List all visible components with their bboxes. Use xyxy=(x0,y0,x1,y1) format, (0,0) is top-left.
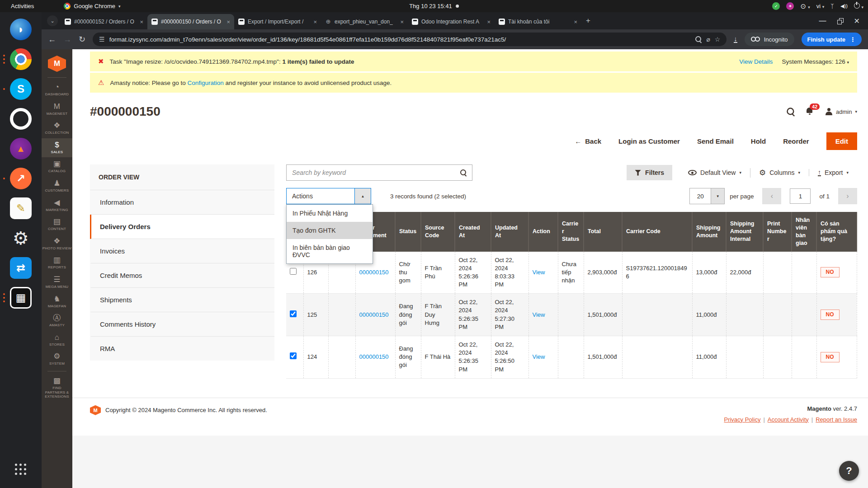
system-messages-toggle[interactable]: System Messages: 126 ▾ xyxy=(782,58,849,65)
clock[interactable]: Thg 10 23 15:41 xyxy=(409,3,459,9)
restore-icon[interactable] xyxy=(837,18,843,24)
col-shipping-amount[interactable]: Shipping Amount xyxy=(692,212,726,252)
status-green-icon[interactable]: ✓ xyxy=(772,2,780,10)
nav-reports[interactable]: ▥REPORTS xyxy=(42,253,72,273)
accessibility-icon[interactable]: ⊙ ▾ xyxy=(800,2,810,10)
col-gift[interactable]: Có sản phẩm quà tặng? xyxy=(816,212,857,252)
col-action[interactable]: Action xyxy=(528,212,558,252)
view-link[interactable]: View xyxy=(533,311,545,318)
row-checkbox[interactable] xyxy=(290,352,297,359)
prev-page-button[interactable]: ‹ xyxy=(762,188,781,204)
col-updated-at[interactable]: Updated At xyxy=(491,212,528,252)
zoom-icon[interactable] xyxy=(695,36,702,42)
close-icon[interactable]: × xyxy=(313,19,317,25)
col-print-number[interactable]: Print Number xyxy=(763,212,792,252)
search-icon[interactable] xyxy=(460,169,467,176)
order-view-item-comments-history[interactable]: Comments History xyxy=(90,312,274,337)
order-view-item-delivery-orders[interactable]: Delivery Orders xyxy=(90,215,274,239)
back-button[interactable]: ←Back xyxy=(575,137,601,145)
nav-system[interactable]: ⚙SYSTEM xyxy=(42,350,72,369)
search-input[interactable] xyxy=(292,169,457,176)
menu-item-tao-don-ghtk[interactable]: Tạo đơn GHTK xyxy=(287,222,373,239)
tab-search-icon[interactable]: ⌄ xyxy=(47,15,58,26)
login-as-customer-button[interactable]: Login as Customer xyxy=(618,137,680,145)
magento-logo[interactable]: M xyxy=(48,56,66,72)
dock-google-chrome[interactable] xyxy=(9,47,33,71)
minimize-icon[interactable]: — xyxy=(819,17,826,25)
notifications-button[interactable]: 42 xyxy=(806,107,813,117)
order-increment-link[interactable]: 000000150 xyxy=(359,269,389,276)
order-increment-link[interactable]: 000000150 xyxy=(359,353,389,360)
nav-magenest[interactable]: MMAGENEST xyxy=(42,100,72,119)
tab-order-152[interactable]: #000000152 / Orders / O× xyxy=(61,14,147,29)
nav-content[interactable]: ▤CONTENT xyxy=(42,215,72,235)
export-control[interactable]: ↑Export▾ xyxy=(809,169,857,176)
nav-mega-menu[interactable]: ☰MEGA MENU xyxy=(42,273,72,292)
volume-icon[interactable]: ◀)) xyxy=(840,3,848,9)
nav-stores[interactable]: ⌂STORES xyxy=(42,331,72,350)
nav-dashboard[interactable]: ◔DASHBOARD xyxy=(42,80,72,100)
power-menu[interactable]: ▾ xyxy=(854,3,863,10)
new-tab-button[interactable]: + xyxy=(586,16,590,25)
tab-tai-khoan[interactable]: Tài khoản của tôi× xyxy=(495,14,581,29)
close-icon[interactable]: × xyxy=(574,19,577,25)
report-issue-link[interactable]: Report an Issue xyxy=(816,416,857,423)
downloads-icon[interactable]: ↓ xyxy=(734,36,737,43)
order-view-item-information[interactable]: Information xyxy=(90,190,274,215)
kebab-menu-icon[interactable]: ⋮ xyxy=(850,36,856,43)
dock-text-editor[interactable]: ✎ xyxy=(9,197,33,220)
reload-icon[interactable]: ↻ xyxy=(79,34,85,44)
col-total[interactable]: Total xyxy=(584,212,622,252)
send-email-button[interactable]: Send Email xyxy=(697,137,734,145)
close-window-icon[interactable]: ✕ xyxy=(854,17,860,25)
chevron-down-icon[interactable]: ▼ xyxy=(711,188,724,204)
nav-catalog[interactable]: ▣CATALOG xyxy=(42,157,72,177)
dock-postman[interactable]: ↗ xyxy=(9,167,33,190)
show-applications-icon[interactable] xyxy=(14,463,28,476)
nav-find-partners[interactable]: ▩FIND PARTNERS & EXTENSIONS xyxy=(42,374,72,402)
nav-marketing[interactable]: ◀MARKETING xyxy=(42,196,72,216)
reorder-button[interactable]: Reorder xyxy=(783,137,809,145)
next-page-button[interactable]: › xyxy=(838,188,857,204)
help-button[interactable]: ? xyxy=(839,461,859,481)
account-activity-link[interactable]: Account Activity xyxy=(768,416,809,423)
col-source-code[interactable]: Source Code xyxy=(421,212,455,252)
url-text[interactable]: format.izysync.com/admin_t7o9enn/sales/o… xyxy=(109,36,691,43)
order-increment-link[interactable]: 000000150 xyxy=(359,311,389,318)
nav-customers[interactable]: ♟CUSTOMERS xyxy=(42,177,72,196)
dock-photos-app[interactable]: ▲ xyxy=(9,137,33,160)
admin-user-menu[interactable]: admin ▾ xyxy=(825,108,857,115)
page-number-input[interactable] xyxy=(790,188,811,204)
actions-select[interactable]: Actions ▲ xyxy=(286,188,371,204)
menu-item-in-phieu[interactable]: In Phiếu Nhật Hàng xyxy=(287,205,373,222)
tab-odoo[interactable]: Odoo Integration Rest A× xyxy=(408,14,495,29)
status-purple-icon[interactable]: ✦ xyxy=(786,2,794,10)
tab-order-150[interactable]: #000000150 / Orders / O× xyxy=(147,14,234,29)
filters-button[interactable]: Filters xyxy=(627,165,672,180)
back-icon[interactable]: ← xyxy=(48,35,56,44)
col-status[interactable]: Status xyxy=(395,212,421,252)
nav-collection[interactable]: ❖COLLECTION xyxy=(42,119,72,138)
nav-sales[interactable]: $SALES xyxy=(42,138,72,158)
view-link[interactable]: View xyxy=(533,269,545,276)
eye-off-icon[interactable]: ⌀ xyxy=(706,36,710,43)
focused-app-menu[interactable]: Google Chrome ▾ xyxy=(64,3,120,9)
network-icon[interactable]: ᛉ xyxy=(830,3,834,9)
columns-control[interactable]: ⚙Columns▾ xyxy=(750,168,809,178)
close-icon[interactable]: × xyxy=(400,19,404,25)
keyboard-layout-indicator[interactable]: vi ▾ xyxy=(816,3,825,9)
tab-export[interactable]: Export / Import/Export /× xyxy=(234,14,321,29)
address-bar[interactable]: ☰ format.izysync.com/admin_t7o9enn/sales… xyxy=(93,33,726,46)
site-info-icon[interactable]: ☰ xyxy=(99,36,105,43)
nav-photo-review[interactable]: ❖PHOTO REVIEW xyxy=(42,235,72,254)
dock-teamviewer[interactable]: ⇄ xyxy=(9,256,33,280)
nav-amasty[interactable]: ⒶAMASTY xyxy=(42,311,72,331)
menu-item-in-bien-ban[interactable]: In biên bản bàn giao ĐVVC xyxy=(287,239,373,263)
forward-icon[interactable]: → xyxy=(63,35,71,44)
order-view-item-rma[interactable]: RMA xyxy=(90,337,274,361)
order-view-item-credit-memos[interactable]: Credit Memos xyxy=(90,263,274,288)
search-icon[interactable] xyxy=(787,108,795,116)
dock-image-tool[interactable]: ▦ xyxy=(9,286,33,310)
default-view-control[interactable]: Default View▾ xyxy=(679,169,750,176)
close-icon[interactable]: × xyxy=(140,19,143,25)
